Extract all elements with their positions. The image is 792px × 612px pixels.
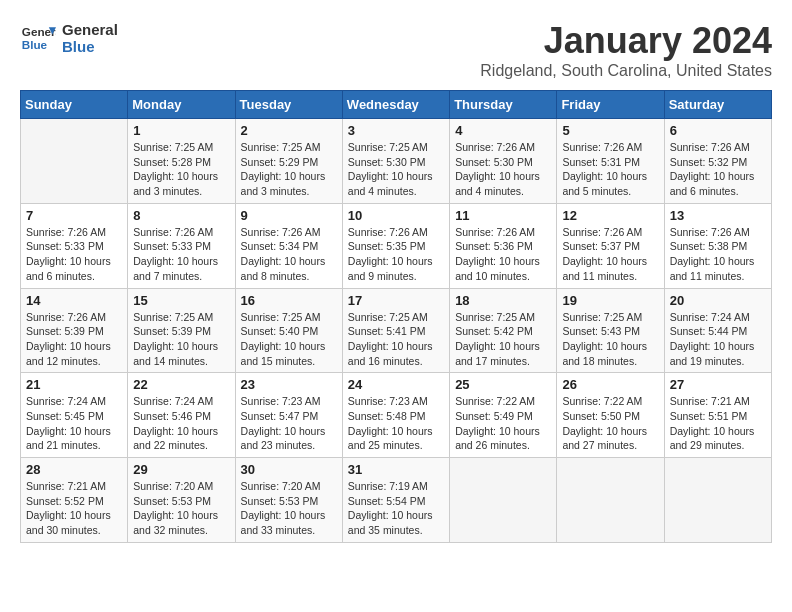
day-number: 14: [26, 293, 122, 308]
day-info: Sunrise: 7:26 AMSunset: 5:37 PMDaylight:…: [562, 225, 658, 284]
page-header: General Blue General Blue January 2024 R…: [20, 20, 772, 80]
calendar-day-cell: 19Sunrise: 7:25 AMSunset: 5:43 PMDayligh…: [557, 288, 664, 373]
day-info: Sunrise: 7:25 AMSunset: 5:39 PMDaylight:…: [133, 310, 229, 369]
calendar-subtitle: Ridgeland, South Carolina, United States: [480, 62, 772, 80]
calendar-header-cell: Sunday: [21, 91, 128, 119]
calendar-day-cell: 28Sunrise: 7:21 AMSunset: 5:52 PMDayligh…: [21, 458, 128, 543]
calendar-header-cell: Monday: [128, 91, 235, 119]
calendar-day-cell: 6Sunrise: 7:26 AMSunset: 5:32 PMDaylight…: [664, 119, 771, 204]
logo-text-blue: Blue: [62, 38, 118, 55]
calendar-header-cell: Friday: [557, 91, 664, 119]
day-number: 3: [348, 123, 444, 138]
calendar-day-cell: [450, 458, 557, 543]
logo-text-general: General: [62, 21, 118, 38]
day-number: 16: [241, 293, 337, 308]
day-info: Sunrise: 7:25 AMSunset: 5:41 PMDaylight:…: [348, 310, 444, 369]
day-number: 5: [562, 123, 658, 138]
day-number: 30: [241, 462, 337, 477]
day-number: 7: [26, 208, 122, 223]
day-info: Sunrise: 7:26 AMSunset: 5:39 PMDaylight:…: [26, 310, 122, 369]
day-info: Sunrise: 7:26 AMSunset: 5:35 PMDaylight:…: [348, 225, 444, 284]
day-number: 28: [26, 462, 122, 477]
day-number: 12: [562, 208, 658, 223]
calendar-week-row: 14Sunrise: 7:26 AMSunset: 5:39 PMDayligh…: [21, 288, 772, 373]
day-info: Sunrise: 7:21 AMSunset: 5:52 PMDaylight:…: [26, 479, 122, 538]
calendar-body: 1Sunrise: 7:25 AMSunset: 5:28 PMDaylight…: [21, 119, 772, 543]
calendar-header-cell: Thursday: [450, 91, 557, 119]
day-number: 4: [455, 123, 551, 138]
day-info: Sunrise: 7:26 AMSunset: 5:36 PMDaylight:…: [455, 225, 551, 284]
calendar-day-cell: 27Sunrise: 7:21 AMSunset: 5:51 PMDayligh…: [664, 373, 771, 458]
svg-text:Blue: Blue: [22, 38, 48, 51]
calendar-day-cell: 29Sunrise: 7:20 AMSunset: 5:53 PMDayligh…: [128, 458, 235, 543]
day-info: Sunrise: 7:19 AMSunset: 5:54 PMDaylight:…: [348, 479, 444, 538]
day-number: 13: [670, 208, 766, 223]
day-info: Sunrise: 7:24 AMSunset: 5:45 PMDaylight:…: [26, 394, 122, 453]
day-info: Sunrise: 7:26 AMSunset: 5:33 PMDaylight:…: [26, 225, 122, 284]
calendar-day-cell: 26Sunrise: 7:22 AMSunset: 5:50 PMDayligh…: [557, 373, 664, 458]
calendar-day-cell: 18Sunrise: 7:25 AMSunset: 5:42 PMDayligh…: [450, 288, 557, 373]
calendar-table: SundayMondayTuesdayWednesdayThursdayFrid…: [20, 90, 772, 543]
day-info: Sunrise: 7:25 AMSunset: 5:30 PMDaylight:…: [348, 140, 444, 199]
logo: General Blue General Blue: [20, 20, 118, 56]
day-number: 29: [133, 462, 229, 477]
day-number: 23: [241, 377, 337, 392]
day-info: Sunrise: 7:20 AMSunset: 5:53 PMDaylight:…: [241, 479, 337, 538]
calendar-title: January 2024: [480, 20, 772, 62]
calendar-day-cell: 16Sunrise: 7:25 AMSunset: 5:40 PMDayligh…: [235, 288, 342, 373]
day-info: Sunrise: 7:24 AMSunset: 5:44 PMDaylight:…: [670, 310, 766, 369]
calendar-header-cell: Tuesday: [235, 91, 342, 119]
day-number: 1: [133, 123, 229, 138]
day-number: 20: [670, 293, 766, 308]
day-number: 31: [348, 462, 444, 477]
day-info: Sunrise: 7:23 AMSunset: 5:48 PMDaylight:…: [348, 394, 444, 453]
calendar-day-cell: 2Sunrise: 7:25 AMSunset: 5:29 PMDaylight…: [235, 119, 342, 204]
calendar-day-cell: 10Sunrise: 7:26 AMSunset: 5:35 PMDayligh…: [342, 203, 449, 288]
calendar-day-cell: 20Sunrise: 7:24 AMSunset: 5:44 PMDayligh…: [664, 288, 771, 373]
calendar-week-row: 1Sunrise: 7:25 AMSunset: 5:28 PMDaylight…: [21, 119, 772, 204]
day-info: Sunrise: 7:23 AMSunset: 5:47 PMDaylight:…: [241, 394, 337, 453]
calendar-day-cell: 17Sunrise: 7:25 AMSunset: 5:41 PMDayligh…: [342, 288, 449, 373]
day-number: 8: [133, 208, 229, 223]
calendar-day-cell: [664, 458, 771, 543]
calendar-day-cell: 24Sunrise: 7:23 AMSunset: 5:48 PMDayligh…: [342, 373, 449, 458]
calendar-day-cell: 12Sunrise: 7:26 AMSunset: 5:37 PMDayligh…: [557, 203, 664, 288]
calendar-day-cell: 9Sunrise: 7:26 AMSunset: 5:34 PMDaylight…: [235, 203, 342, 288]
day-info: Sunrise: 7:20 AMSunset: 5:53 PMDaylight:…: [133, 479, 229, 538]
day-info: Sunrise: 7:25 AMSunset: 5:28 PMDaylight:…: [133, 140, 229, 199]
day-number: 9: [241, 208, 337, 223]
calendar-day-cell: 30Sunrise: 7:20 AMSunset: 5:53 PMDayligh…: [235, 458, 342, 543]
day-number: 25: [455, 377, 551, 392]
day-number: 19: [562, 293, 658, 308]
day-number: 21: [26, 377, 122, 392]
day-number: 11: [455, 208, 551, 223]
day-number: 24: [348, 377, 444, 392]
calendar-week-row: 28Sunrise: 7:21 AMSunset: 5:52 PMDayligh…: [21, 458, 772, 543]
day-info: Sunrise: 7:25 AMSunset: 5:40 PMDaylight:…: [241, 310, 337, 369]
day-info: Sunrise: 7:26 AMSunset: 5:33 PMDaylight:…: [133, 225, 229, 284]
calendar-header-cell: Saturday: [664, 91, 771, 119]
day-number: 27: [670, 377, 766, 392]
calendar-day-cell: 5Sunrise: 7:26 AMSunset: 5:31 PMDaylight…: [557, 119, 664, 204]
calendar-day-cell: 3Sunrise: 7:25 AMSunset: 5:30 PMDaylight…: [342, 119, 449, 204]
calendar-day-cell: 1Sunrise: 7:25 AMSunset: 5:28 PMDaylight…: [128, 119, 235, 204]
calendar-day-cell: 22Sunrise: 7:24 AMSunset: 5:46 PMDayligh…: [128, 373, 235, 458]
calendar-day-cell: 25Sunrise: 7:22 AMSunset: 5:49 PMDayligh…: [450, 373, 557, 458]
calendar-day-cell: 11Sunrise: 7:26 AMSunset: 5:36 PMDayligh…: [450, 203, 557, 288]
day-number: 18: [455, 293, 551, 308]
day-info: Sunrise: 7:26 AMSunset: 5:34 PMDaylight:…: [241, 225, 337, 284]
day-info: Sunrise: 7:22 AMSunset: 5:50 PMDaylight:…: [562, 394, 658, 453]
calendar-day-cell: 31Sunrise: 7:19 AMSunset: 5:54 PMDayligh…: [342, 458, 449, 543]
calendar-day-cell: [21, 119, 128, 204]
day-info: Sunrise: 7:26 AMSunset: 5:30 PMDaylight:…: [455, 140, 551, 199]
day-info: Sunrise: 7:22 AMSunset: 5:49 PMDaylight:…: [455, 394, 551, 453]
logo-icon: General Blue: [20, 20, 56, 56]
day-info: Sunrise: 7:25 AMSunset: 5:43 PMDaylight:…: [562, 310, 658, 369]
calendar-header-row: SundayMondayTuesdayWednesdayThursdayFrid…: [21, 91, 772, 119]
calendar-day-cell: 21Sunrise: 7:24 AMSunset: 5:45 PMDayligh…: [21, 373, 128, 458]
calendar-day-cell: 8Sunrise: 7:26 AMSunset: 5:33 PMDaylight…: [128, 203, 235, 288]
day-number: 10: [348, 208, 444, 223]
day-info: Sunrise: 7:21 AMSunset: 5:51 PMDaylight:…: [670, 394, 766, 453]
calendar-day-cell: 23Sunrise: 7:23 AMSunset: 5:47 PMDayligh…: [235, 373, 342, 458]
day-number: 22: [133, 377, 229, 392]
